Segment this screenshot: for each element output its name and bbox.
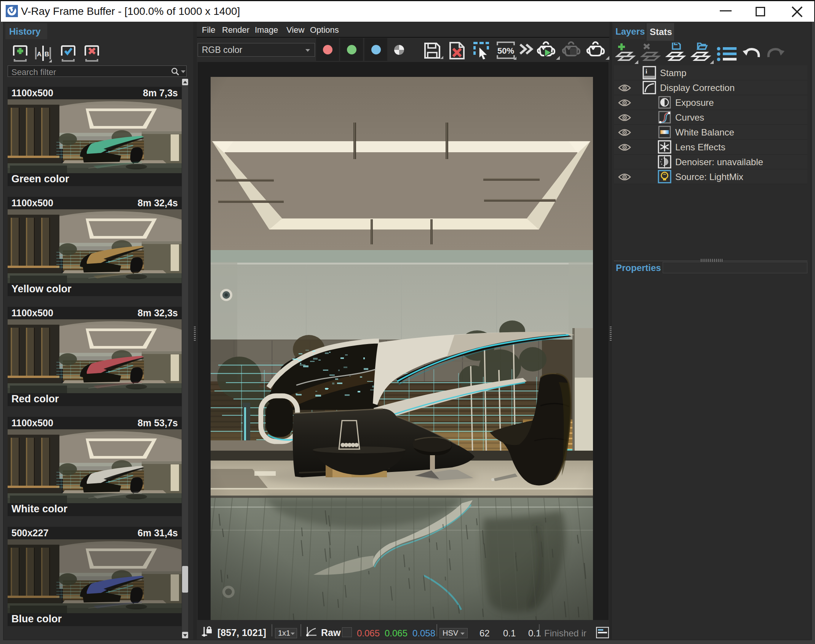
svg-text:B: B [45, 51, 49, 58]
svg-text:i: i [646, 68, 647, 75]
svg-text:A: A [37, 51, 42, 58]
svg-text:50%: 50% [497, 46, 514, 56]
